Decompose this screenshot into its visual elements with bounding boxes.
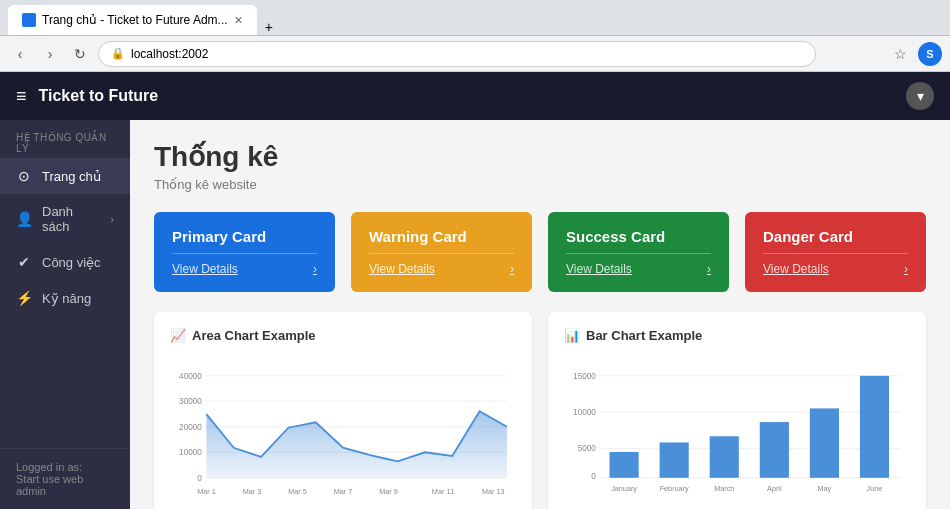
url-text: localhost:2002	[131, 47, 208, 61]
area-chart-card: 📈 Area Chart Example 40000 30000 20000 1…	[154, 312, 532, 509]
sidebar-skill-label: Kỹ năng	[42, 291, 91, 306]
browser-nav: ‹ › ↻ 🔒 localhost:2002 ☆ S	[0, 36, 950, 72]
card-primary-link[interactable]: View Details ›	[172, 253, 317, 276]
sidebar: HỆ THỐNG QUẢN LÝ ⊙ Trang chủ 👤 Danh sách…	[0, 120, 130, 509]
svg-text:Mar 3: Mar 3	[243, 487, 262, 496]
bar-march	[710, 436, 739, 478]
svg-text:0: 0	[197, 474, 202, 483]
bar-april	[760, 422, 789, 478]
svg-text:Mar 1: Mar 1	[197, 487, 216, 496]
reload-btn[interactable]: ↻	[68, 42, 92, 66]
page-subtitle: Thống kê website	[154, 177, 926, 192]
username-label: Start use web admin	[16, 473, 114, 497]
card-primary-title: Primary Card	[172, 228, 317, 245]
bar-chart-title: 📊 Bar Chart Example	[564, 328, 910, 343]
svg-text:March: March	[714, 484, 734, 493]
svg-text:Mar 13: Mar 13	[482, 487, 505, 496]
svg-text:February: February	[660, 484, 689, 493]
navbar-brand: ≡ Ticket to Future	[16, 86, 158, 107]
card-warning-link[interactable]: View Details ›	[369, 253, 514, 276]
browser-tab-active[interactable]: Trang chủ - Ticket to Future Adm... ✕	[8, 5, 257, 35]
main-layout: HỆ THỐNG QUẢN LÝ ⊙ Trang chủ 👤 Danh sách…	[0, 120, 950, 509]
svg-text:June: June	[867, 484, 883, 493]
logged-in-label: Logged in as:	[16, 461, 114, 473]
sidebar-item-skill[interactable]: ⚡ Kỹ năng	[0, 280, 130, 316]
lock-icon: 🔒	[111, 47, 125, 60]
hamburger-icon[interactable]: ≡	[16, 86, 27, 107]
sidebar-item-home-left: ⊙ Trang chủ	[16, 168, 101, 184]
bookmark-btn[interactable]: ☆	[888, 42, 912, 66]
back-btn[interactable]: ‹	[8, 42, 32, 66]
user-menu-btn[interactable]: ▾	[906, 82, 934, 110]
bar-chart-svg: 15000 10000 5000 0	[564, 355, 910, 509]
sidebar-item-home[interactable]: ⊙ Trang chủ	[0, 158, 130, 194]
address-bar[interactable]: 🔒 localhost:2002	[98, 41, 816, 67]
bar-may	[810, 408, 839, 477]
card-warning: Warning Card View Details ›	[351, 212, 532, 292]
sidebar-item-list-left: 👤 Danh sách	[16, 204, 100, 234]
bar-chart-card: 📊 Bar Chart Example 15000 10000 5000 0	[548, 312, 926, 509]
area-chart-container: 40000 30000 20000 10000 0	[170, 355, 516, 509]
page-title: Thống kê	[154, 140, 926, 173]
svg-text:May: May	[818, 484, 832, 493]
profile-icon[interactable]: S	[918, 42, 942, 66]
sidebar-section-label: HỆ THỐNG QUẢN LÝ	[0, 120, 130, 158]
svg-text:15000: 15000	[573, 372, 596, 381]
top-navbar: ≡ Ticket to Future ▾	[0, 72, 950, 120]
area-chart-icon: 📈	[170, 328, 186, 343]
area-chart-svg: 40000 30000 20000 10000 0	[170, 355, 516, 509]
chevron-right-icon: ›	[707, 262, 711, 276]
svg-text:Mar 5: Mar 5	[288, 487, 307, 496]
svg-text:40000: 40000	[179, 372, 202, 381]
svg-marker-10	[206, 411, 506, 477]
svg-text:Mar 9: Mar 9	[379, 487, 398, 496]
bar-february	[660, 442, 689, 477]
list-icon: 👤	[16, 211, 32, 227]
charts-row: 📈 Area Chart Example 40000 30000 20000 1…	[154, 312, 926, 509]
new-tab-btn[interactable]: +	[257, 19, 281, 35]
chevron-right-icon: ›	[904, 262, 908, 276]
brand-name: Ticket to Future	[39, 87, 159, 105]
svg-text:Mar 7: Mar 7	[334, 487, 353, 496]
chevron-right-icon: ›	[313, 262, 317, 276]
browser-chrome: Trang chủ - Ticket to Future Adm... ✕ +	[0, 0, 950, 36]
svg-text:April: April	[767, 484, 782, 493]
sidebar-home-label: Trang chủ	[42, 169, 101, 184]
card-primary: Primary Card View Details ›	[154, 212, 335, 292]
chevron-right-icon: ›	[110, 213, 114, 225]
svg-text:30000: 30000	[179, 397, 202, 406]
svg-text:Mar 11: Mar 11	[432, 487, 455, 496]
tab-close-btn[interactable]: ✕	[234, 14, 243, 27]
svg-text:10000: 10000	[573, 408, 596, 417]
svg-text:5000: 5000	[578, 444, 597, 453]
card-warning-title: Warning Card	[369, 228, 514, 245]
card-danger-link[interactable]: View Details ›	[763, 253, 908, 276]
bar-june	[860, 376, 889, 478]
cards-row: Primary Card View Details › Warning Card…	[154, 212, 926, 292]
sidebar-list-label: Danh sách	[42, 204, 100, 234]
sidebar-item-work-left: ✔ Công việc	[16, 254, 101, 270]
home-icon: ⊙	[16, 168, 32, 184]
sidebar-item-list[interactable]: 👤 Danh sách ›	[0, 194, 130, 244]
card-success-title: Success Card	[566, 228, 711, 245]
skill-icon: ⚡	[16, 290, 32, 306]
chevron-right-icon: ›	[510, 262, 514, 276]
svg-text:0: 0	[591, 472, 596, 481]
bar-chart-container: 15000 10000 5000 0	[564, 355, 910, 509]
tab-label: Trang chủ - Ticket to Future Adm...	[42, 13, 228, 27]
forward-btn[interactable]: ›	[38, 42, 62, 66]
tab-favicon	[22, 13, 36, 27]
card-success-link[interactable]: View Details ›	[566, 253, 711, 276]
navbar-right: ▾	[906, 82, 934, 110]
bar-january	[610, 452, 639, 478]
sidebar-footer: Logged in as: Start use web admin	[0, 448, 130, 509]
sidebar-item-work[interactable]: ✔ Công việc	[0, 244, 130, 280]
area-chart-title: 📈 Area Chart Example	[170, 328, 516, 343]
sidebar-work-label: Công việc	[42, 255, 101, 270]
work-icon: ✔	[16, 254, 32, 270]
svg-text:10000: 10000	[179, 448, 202, 457]
app-container: ≡ Ticket to Future ▾ HỆ THỐNG QUẢN LÝ ⊙ …	[0, 72, 950, 509]
card-danger-title: Danger Card	[763, 228, 908, 245]
sidebar-item-skill-left: ⚡ Kỹ năng	[16, 290, 91, 306]
bar-chart-icon: 📊	[564, 328, 580, 343]
